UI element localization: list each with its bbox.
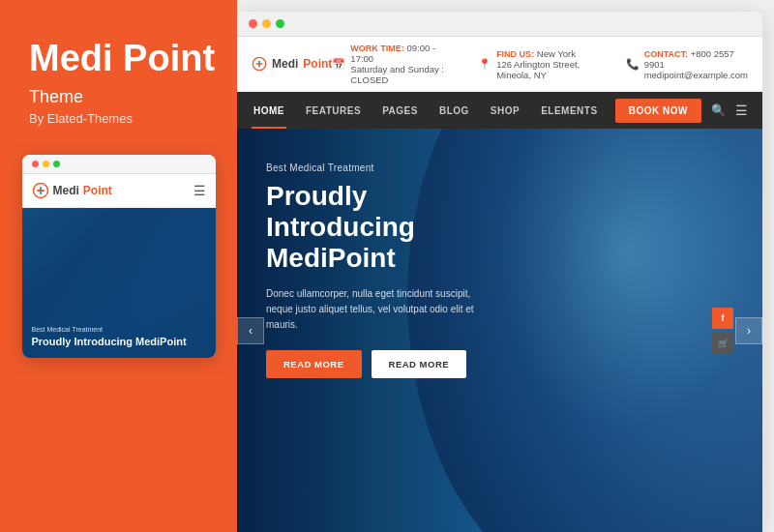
- search-icon[interactable]: 🔍: [711, 103, 726, 117]
- info-bar: MediPoint 📅 WORK TIME: 09:00 - 17:00 Sat…: [237, 37, 762, 92]
- nav-bar: HOME FEATURES PAGES BLOG SHOP ELEMENTS B…: [237, 92, 762, 129]
- carousel-arrow-right[interactable]: ›: [735, 317, 762, 344]
- mobile-hero: Best Medical Treatment Proudly Introduci…: [22, 208, 216, 358]
- right-panel: MediPoint 📅 WORK TIME: 09:00 - 17:00 Sat…: [237, 0, 774, 532]
- brand-medi: Medi: [272, 57, 298, 71]
- mobile-dot-green: [53, 161, 60, 167]
- info-bar-logo: MediPoint: [252, 56, 332, 72]
- findus-label: FIND US:: [496, 49, 534, 59]
- brand-point: Point: [303, 57, 332, 71]
- cart-icon[interactable]: 🛒: [712, 333, 733, 354]
- worktime-label: WORK TIME:: [350, 44, 404, 53]
- social-icon-1[interactable]: f: [712, 308, 733, 329]
- browser-dot-green: [276, 19, 284, 28]
- mobile-hero-title: Proudly Introducing MediPoint: [32, 336, 206, 348]
- phone-icon: 📞: [626, 58, 640, 71]
- nav-item-features[interactable]: FEATURES: [304, 92, 363, 129]
- mobile-topbar: [22, 155, 216, 174]
- theme-subtitle: Theme: [19, 87, 218, 107]
- mobile-logo-medi: Medi: [53, 184, 79, 197]
- worktime-item: 📅 WORK TIME: 09:00 - 17:00 Saturday and …: [332, 43, 459, 85]
- hero-title: Proudly Introducing MediPoint: [266, 181, 497, 275]
- browser-dot-yellow: [262, 19, 271, 28]
- mobile-header: MediPoint ☰: [22, 174, 216, 208]
- nav-item-home[interactable]: HOME: [252, 92, 286, 129]
- browser-window: MediPoint 📅 WORK TIME: 09:00 - 17:00 Sat…: [237, 12, 762, 532]
- hero-description: Donec ullamcorper, nulla eget tincidunt …: [266, 286, 497, 333]
- browser-dot-red: [249, 19, 257, 28]
- browser-topbar: [237, 12, 762, 37]
- brand-icon: [252, 56, 267, 72]
- hamburger-icon[interactable]: ☰: [194, 183, 206, 198]
- left-panel: Medi Point Theme By Elated-Themes MediPo…: [0, 0, 237, 532]
- hero-badge: Best Medical Treatment: [266, 163, 497, 173]
- findus-sub: 126 Arlington Street, Mineola, NY: [496, 59, 607, 80]
- nav-item-shop[interactable]: SHOP: [489, 92, 521, 129]
- hero-section: ‹ › f 🛒 Best Medical Treatment Proudly I…: [237, 129, 762, 532]
- carousel-arrow-left[interactable]: ‹: [237, 317, 264, 344]
- hero-buttons: READ MORE READ MORE: [266, 350, 497, 378]
- nav-items: HOME FEATURES PAGES BLOG SHOP ELEMENTS: [252, 92, 600, 129]
- mobile-dot-red: [32, 161, 39, 167]
- mobile-dot-yellow: [43, 161, 49, 167]
- location-icon: 📍: [478, 58, 491, 71]
- hero-content: Best Medical Treatment Proudly Introduci…: [237, 129, 526, 412]
- logo-icon: [32, 182, 49, 199]
- contact-sub: medipoint@example.com: [644, 70, 748, 80]
- theme-title: Medi Point: [19, 39, 218, 79]
- findus-value: New York: [537, 48, 576, 59]
- theme-by: By Elated-Themes: [19, 111, 218, 126]
- mobile-preview: MediPoint ☰ Best Medical Treatment Proud…: [22, 155, 216, 358]
- nav-right: BOOK NOW 🔍 ☰: [615, 99, 748, 123]
- read-more-orange-button[interactable]: READ MORE: [266, 350, 362, 378]
- mobile-hero-badge: Best Medical Treatment: [32, 326, 206, 333]
- read-more-white-button[interactable]: READ MORE: [372, 350, 467, 378]
- nav-item-pages[interactable]: PAGES: [380, 92, 420, 129]
- calendar-icon: 📅: [332, 58, 345, 71]
- social-bar: f 🛒: [712, 308, 733, 354]
- findus-item: 📍 FIND US: New York 126 Arlington Street…: [478, 43, 607, 85]
- worktime-sub: Saturday and Sunday : CLOSED: [350, 64, 459, 85]
- menu-icon[interactable]: ☰: [735, 103, 748, 118]
- contact-label: CONTACT:: [644, 49, 688, 59]
- book-now-button[interactable]: BOOK NOW: [615, 99, 701, 123]
- mobile-hero-content: Best Medical Treatment Proudly Introduci…: [32, 326, 206, 348]
- nav-item-blog[interactable]: BLOG: [437, 92, 471, 129]
- contact-item: 📞 CONTACT: +800 2557 9901 medipoint@exam…: [626, 43, 748, 85]
- nav-item-elements[interactable]: ELEMENTS: [539, 92, 599, 129]
- info-bar-items: 📅 WORK TIME: 09:00 - 17:00 Saturday and …: [332, 43, 748, 85]
- mobile-logo: MediPoint: [32, 182, 112, 199]
- mobile-logo-point: Point: [83, 184, 112, 197]
